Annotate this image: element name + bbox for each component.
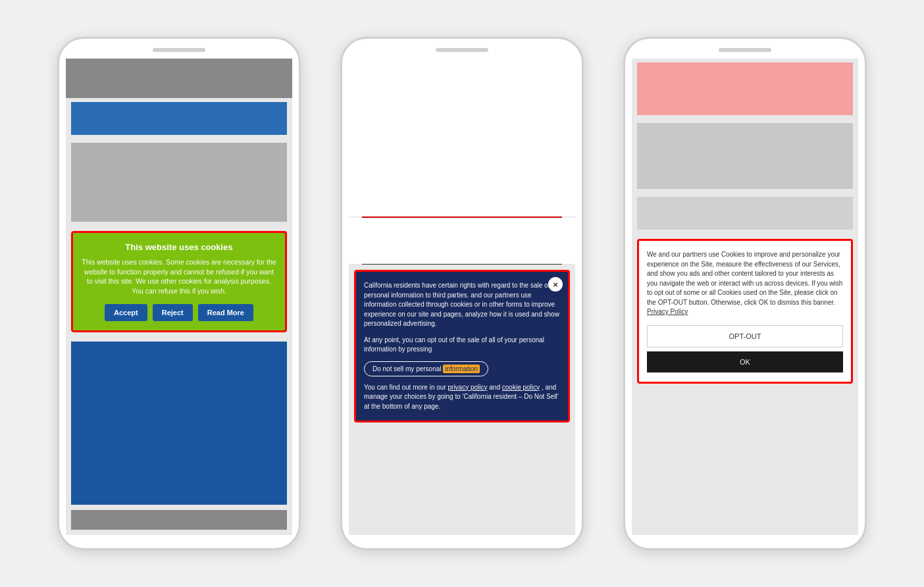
opt-out-button[interactable]: OPT-OUT: [647, 325, 843, 347]
close-icon: ×: [553, 280, 558, 290]
phone-2-cookie-text-3: You can find out more in our privacy pol…: [364, 383, 560, 412]
phone-3-cookie-text: We and our partners use Cookies to impro…: [647, 250, 843, 317]
phone-2: × California residents have certain righ…: [340, 37, 584, 550]
cookie-buttons-1: Accept Reject Read More: [81, 304, 277, 321]
phone-3-gray-block: [637, 123, 853, 189]
phone-1-screen: This website uses cookies This website u…: [66, 59, 292, 535]
phones-container: This website uses cookies This website u…: [31, 11, 893, 576]
phone-1: This website uses cookies This website u…: [57, 37, 301, 550]
cookie-text-1: This website uses cookies. Some cookies …: [81, 257, 277, 296]
reject-button[interactable]: Reject: [153, 304, 193, 321]
phone-3-cookie-banner: We and our partners use Cookies to impro…: [637, 239, 853, 384]
phone-2-mid-white: [349, 218, 575, 264]
phone-3-screen: We and our partners use Cookies to impro…: [632, 59, 858, 535]
phone-2-cookie-text-1: California residents have certain rights…: [364, 281, 560, 329]
phone-2-cookie-text-2: At any point, you can opt out of the sal…: [364, 336, 560, 355]
do-not-sell-button[interactable]: Do not sell my personal information: [364, 361, 488, 376]
privacy-policy-link[interactable]: privacy policy: [448, 384, 488, 391]
phone-2-line: [362, 264, 562, 265]
phone-2-screen: × California residents have certain righ…: [349, 59, 575, 535]
phone-1-cookie-banner: This website uses cookies This website u…: [71, 231, 287, 332]
phone-2-content: × California residents have certain righ…: [349, 59, 575, 535]
phone-2-close-button[interactable]: ×: [548, 277, 563, 292]
phone-3-pink-bar: [637, 63, 853, 115]
privacy-policy-link-3[interactable]: Privacy Policy: [647, 308, 688, 315]
phone-2-top-white: [349, 59, 575, 217]
accept-button[interactable]: Accept: [105, 304, 147, 321]
phone-3-content: We and our partners use Cookies to impro…: [632, 59, 858, 535]
phone-1-mid-gray: [71, 143, 287, 222]
phone-3: We and our partners use Cookies to impro…: [623, 37, 867, 550]
phone-1-blue-bar: [71, 102, 287, 135]
cookie-title-1: This website uses cookies: [81, 242, 277, 252]
phone-1-bottom-gray: [71, 510, 287, 530]
ok-button[interactable]: OK: [647, 351, 843, 372]
phone-2-cookie-banner: × California residents have certain righ…: [354, 270, 570, 422]
cookie-policy-link[interactable]: cookie policy: [502, 384, 540, 391]
read-more-button[interactable]: Read More: [198, 304, 253, 321]
highlight-information: information: [443, 365, 479, 373]
phone-3-small-gray: [637, 197, 853, 230]
phone-1-content: This website uses cookies This website u…: [66, 59, 292, 535]
phone-1-bottom-blue: [71, 342, 287, 505]
phone-1-top-gray: [66, 59, 292, 98]
